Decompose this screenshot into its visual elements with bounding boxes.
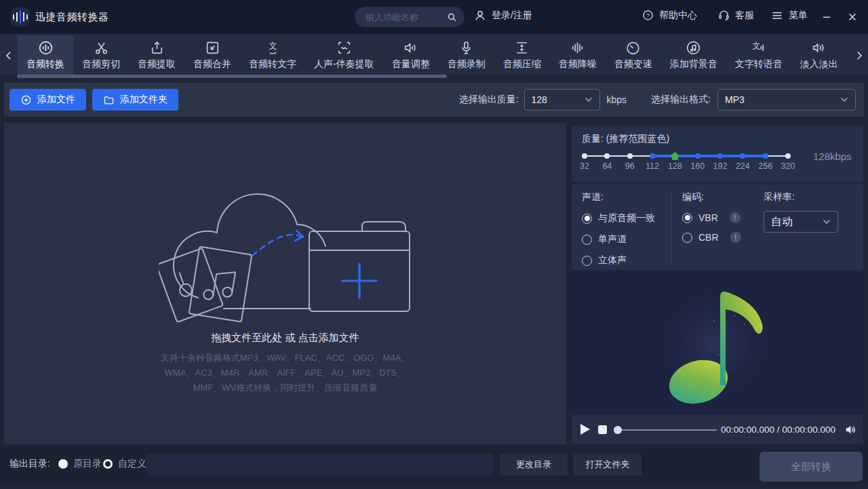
channel-option-stereo[interactable]: 立体声: [582, 254, 655, 267]
tab-label: 音频录制: [448, 58, 486, 71]
origin-dir-radio[interactable]: [58, 459, 68, 469]
text-to-speech-icon: 文: [750, 39, 767, 56]
output-format-value: MP3: [725, 94, 745, 105]
tab-audio-extract[interactable]: 音频提取: [129, 35, 184, 75]
quality-slider[interactable]: [585, 151, 788, 161]
scroll-right-icon[interactable]: [852, 43, 867, 68]
audio-denoise-icon: [569, 39, 586, 56]
tab-label: 音频提取: [138, 58, 176, 71]
quality-stop[interactable]: [650, 153, 655, 159]
tab-audio-speed[interactable]: 音频变速: [606, 35, 661, 75]
tab-audio-to-text[interactable]: 文 音频转文字: [240, 35, 305, 75]
samplerate-value: 自动: [771, 215, 793, 229]
support-line: 支持十余种音频格式MP3、WAV、FLAC、ACC、OGG、M4A、: [4, 351, 566, 366]
tab-vocal-accompaniment-extract[interactable]: 人声-伴奏提取: [305, 35, 383, 75]
help-center-button[interactable]: ? 帮助中心: [642, 9, 697, 22]
quality-panel: 质量: (推荐范围蓝色) 32 64 96 112 128 160 192 22…: [572, 125, 863, 182]
output-format-select[interactable]: MP3: [717, 89, 856, 111]
quality-stop[interactable]: [627, 153, 633, 159]
menu-label: 菜单: [789, 9, 808, 22]
encode-option-cbr[interactable]: CBR: [682, 232, 741, 243]
seek-handle[interactable]: [614, 426, 622, 434]
tab-label: 音频剪切: [82, 58, 120, 71]
quality-tick-label: 96: [625, 161, 635, 171]
origin-dir-option[interactable]: 原目录: [73, 458, 102, 470]
tab-audio-compress[interactable]: 音频压缩: [494, 35, 550, 75]
quality-slider-handle[interactable]: [671, 152, 679, 160]
minimize-button[interactable]: [818, 8, 835, 26]
fade-icon: [810, 39, 827, 56]
tab-audio-denoise[interactable]: 音频降噪: [550, 35, 606, 75]
add-folder-button[interactable]: 添加文件夹: [92, 89, 178, 111]
search-icon[interactable]: [446, 12, 458, 23]
tab-text-to-speech[interactable]: 文 文字转语音: [726, 35, 791, 75]
samplerate-select[interactable]: 自动: [764, 211, 838, 233]
tab-audio-convert[interactable]: 音频转换: [18, 35, 73, 75]
audio-compress-icon: [513, 39, 530, 56]
quality-stop[interactable]: [582, 153, 587, 159]
support-line: WMA、AC3、M4R、AMR、AIFF、APE、AU、MP2、DTS、: [4, 366, 566, 380]
output-quality-select[interactable]: 128: [524, 89, 600, 111]
radio-icon[interactable]: [582, 214, 592, 224]
dropzone-main-text: 拖拽文件至此处 或 点击添加文件: [4, 332, 566, 345]
quality-tick-label: 64: [602, 161, 612, 171]
vbr-info-icon[interactable]: [730, 212, 741, 223]
tab-label: 音频变速: [614, 58, 652, 71]
tab-fade-in-out[interactable]: 淡入淡出: [791, 35, 847, 75]
preview-panel: 00:00:00.000 / 00:00:00.000: [572, 273, 863, 444]
close-button[interactable]: [844, 8, 861, 26]
seek-bar[interactable]: [615, 429, 717, 431]
change-dir-button[interactable]: 更改目录: [500, 454, 568, 475]
login-register-button[interactable]: 登录/注册: [473, 9, 532, 22]
stop-icon[interactable]: [598, 425, 607, 434]
custom-path-input[interactable]: [146, 454, 494, 475]
encode-option-vbr[interactable]: VBR: [682, 212, 741, 223]
scroll-left-icon[interactable]: [1, 43, 16, 68]
tab-add-background-music[interactable]: 添加背景音: [661, 35, 726, 75]
customer-service-button[interactable]: 客服: [717, 9, 754, 22]
help-label: 帮助中心: [659, 9, 697, 22]
play-icon[interactable]: [580, 424, 590, 435]
title-bar: 迅捷音频转换器 登录/注册 ? 帮助中心 客服 菜单: [0, 0, 868, 34]
search-input[interactable]: [364, 12, 446, 23]
quality-tick-label: 256: [758, 161, 772, 171]
add-file-button[interactable]: 添加文件: [9, 89, 86, 111]
tab-audio-merge[interactable]: 音频合并: [184, 35, 240, 75]
tab-label: 音频合并: [193, 58, 231, 71]
custom-dir-radio[interactable]: [103, 459, 113, 469]
function-search-box[interactable]: [355, 7, 465, 27]
radio-icon[interactable]: [582, 256, 592, 266]
quality-stop[interactable]: [785, 153, 791, 159]
channel-option-original[interactable]: 与原音频一致: [582, 212, 655, 224]
folder-icon: [103, 94, 115, 106]
tab-volume-adjust[interactable]: 音量调整: [383, 35, 439, 75]
album-art: [572, 273, 863, 415]
chevron-down-icon: [585, 97, 593, 102]
channel-option-label: 单声道: [598, 233, 627, 246]
radio-icon[interactable]: [682, 213, 692, 223]
quality-stop[interactable]: [695, 153, 701, 159]
cbr-info-icon[interactable]: [730, 232, 741, 243]
toolbar-scrollbar-thumb[interactable]: [17, 75, 447, 78]
volume-icon[interactable]: [844, 423, 857, 436]
quality-tick-label: 320: [781, 161, 795, 171]
file-drop-zone[interactable]: 拖拽文件至此处 或 点击添加文件 支持十余种音频格式MP3、WAV、FLAC、A…: [4, 123, 566, 444]
custom-dir-option[interactable]: 自定义: [118, 458, 146, 470]
radio-icon[interactable]: [682, 233, 692, 243]
radio-icon[interactable]: [582, 235, 592, 245]
tab-label: 音频降噪: [559, 58, 597, 71]
quality-stop[interactable]: [604, 153, 610, 159]
settings-panel: 声道: 与原音频一致 单声道 立体声 编码: VBR: [572, 184, 863, 270]
channel-option-mono[interactable]: 单声道: [582, 233, 655, 246]
quality-stop[interactable]: [763, 153, 768, 159]
open-folder-button[interactable]: 打开文件夹: [574, 454, 642, 475]
tab-label: 淡入淡出: [800, 58, 838, 71]
quality-stop[interactable]: [740, 153, 745, 159]
slider-recommended-range[interactable]: [652, 155, 766, 157]
tab-audio-cut[interactable]: 音频剪切: [73, 35, 129, 75]
tab-label: 文字转语音: [735, 58, 783, 71]
menu-button[interactable]: 菜单: [770, 9, 808, 22]
tab-audio-record[interactable]: 音频录制: [439, 35, 494, 75]
convert-all-button[interactable]: 全部转换: [760, 452, 863, 482]
quality-stop[interactable]: [717, 153, 723, 159]
